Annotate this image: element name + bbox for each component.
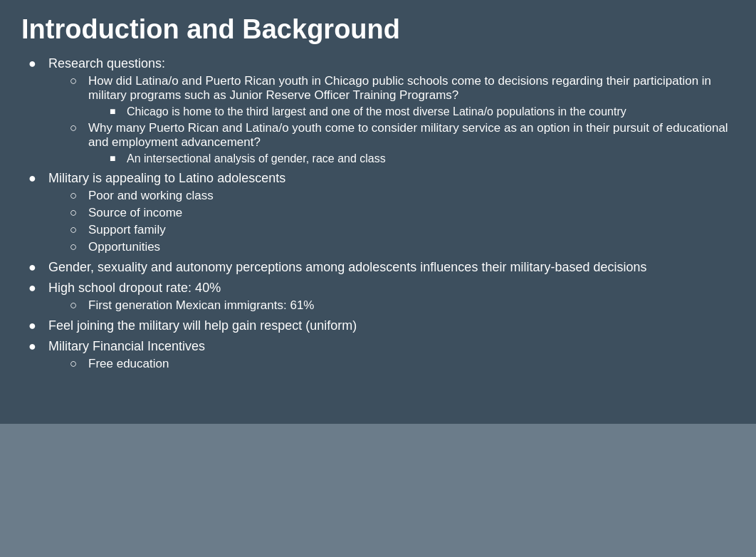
sub-list-2: Poor and working class Source of income … [48, 189, 735, 254]
sub-sub-list-1-1: Chicago is home to the third largest and… [88, 105, 735, 118]
sub-list-4: First generation Mexican immigrants: 61% [48, 298, 735, 313]
list-item-6: Military Financial Incentives Free educa… [28, 339, 735, 371]
list-item-4-1: First generation Mexican immigrants: 61% [70, 298, 735, 313]
slide-content: Introduction and Background Research que… [0, 0, 756, 424]
list-item-2: Military is appealing to Latino adolesce… [28, 171, 735, 254]
sub-sub-list-1-2: An intersectional analysis of gender, ra… [88, 152, 735, 165]
slide-title: Introduction and Background [21, 14, 735, 45]
list-item-4: High school dropout rate: 40% First gene… [28, 281, 735, 313]
sub-list-1: How did Latina/o and Puerto Rican youth … [48, 74, 735, 165]
list-item-2-1: Poor and working class [70, 189, 735, 203]
main-list: Research questions: How did Latina/o and… [21, 56, 735, 371]
list-item-2-2: Source of income [70, 206, 735, 220]
list-item-1-2: Why many Puerto Rican and Latina/o youth… [70, 121, 735, 165]
list-item-5: Feel joining the military will help gain… [28, 318, 735, 333]
sub-list-6: Free education [48, 357, 735, 371]
list-item-1-2-1: An intersectional analysis of gender, ra… [110, 152, 735, 165]
list-item-6-1: Free education [70, 357, 735, 371]
list-item-1: Research questions: How did Latina/o and… [28, 56, 735, 165]
lower-area [0, 424, 756, 557]
list-item-1-1-1: Chicago is home to the third largest and… [110, 105, 735, 118]
list-item-3: Gender, sexuality and autonomy perceptio… [28, 260, 735, 275]
list-item-2-3: Support family [70, 223, 735, 237]
list-item-1-1: How did Latina/o and Puerto Rican youth … [70, 74, 735, 118]
list-item-2-4: Opportunities [70, 240, 735, 254]
